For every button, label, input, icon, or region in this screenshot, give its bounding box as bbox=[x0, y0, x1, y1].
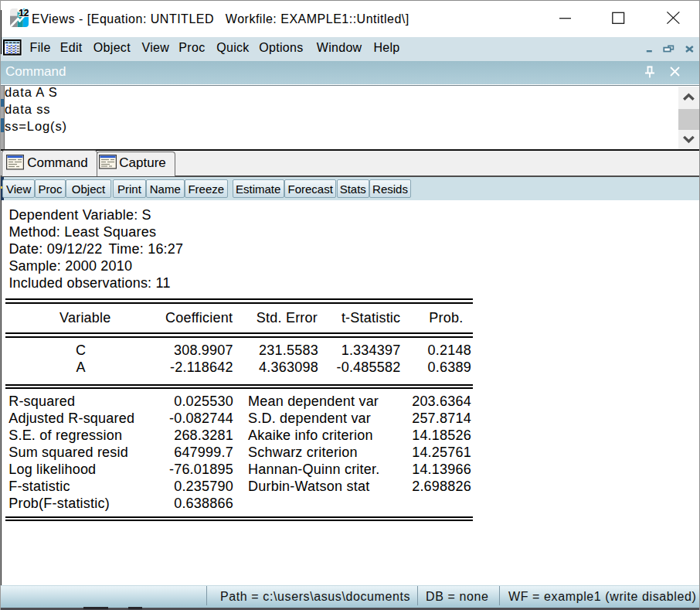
svg-text:12: 12 bbox=[19, 9, 29, 19]
